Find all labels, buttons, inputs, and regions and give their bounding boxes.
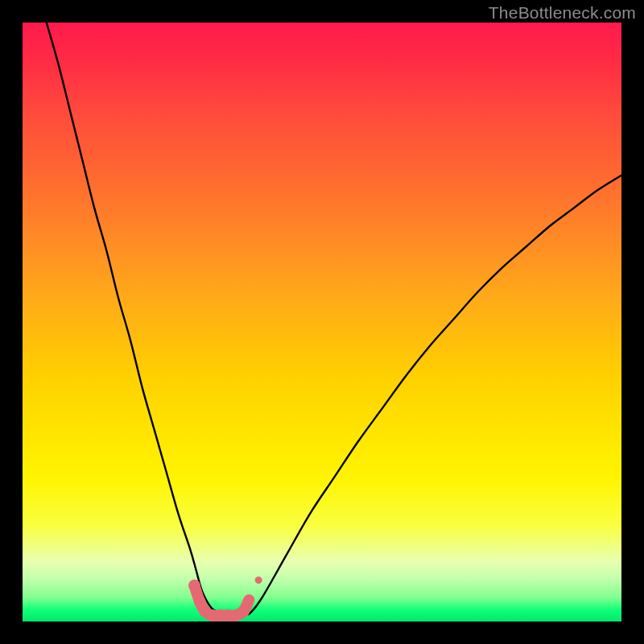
series-bottleneck-curve [47, 23, 621, 615]
marker-point [188, 580, 200, 592]
marker-point [237, 605, 250, 617]
plot-area [23, 23, 621, 621]
marker-point [255, 576, 262, 584]
watermark-text: TheBottleneck.com [489, 3, 636, 23]
chart-svg [23, 23, 621, 621]
paths-group [47, 23, 621, 616]
chart-frame: TheBottleneck.com [0, 0, 644, 644]
marker-point [246, 597, 253, 604]
markers-group [188, 576, 262, 621]
